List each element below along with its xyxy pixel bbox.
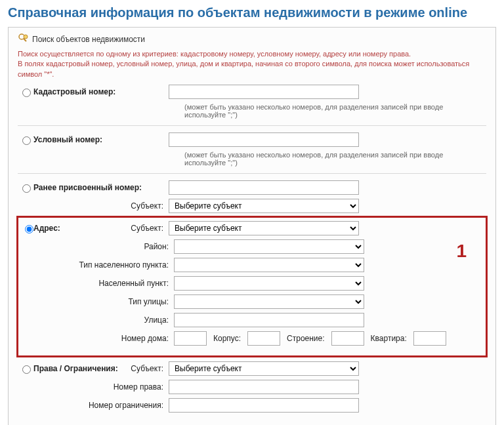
right-num-input[interactable] [169, 380, 359, 394]
warning-line1: Поиск осуществляется по одному из критер… [18, 49, 486, 59]
settlement-select[interactable] [174, 276, 364, 291]
divider [18, 125, 486, 126]
district-label: Район: [23, 242, 174, 251]
svg-point-2 [24, 35, 28, 39]
address-block-highlight: 1 Адрес: Субъект: Выберите субъект Район… [18, 217, 486, 356]
svg-line-1 [24, 39, 26, 41]
fieldset-legend: Поиск объектов недвижимости [18, 33, 486, 45]
street-type-label: Тип улицы: [23, 297, 174, 306]
house-input[interactable] [174, 331, 207, 346]
conditional-input[interactable] [169, 132, 359, 147]
rights-radio[interactable] [22, 365, 31, 374]
conditional-radio[interactable] [22, 136, 31, 145]
warning-line2: В полях кадастровый номер, условный номе… [18, 59, 486, 79]
cadastral-input[interactable] [169, 85, 359, 99]
settlement-type-select[interactable] [174, 258, 364, 272]
building-input[interactable] [331, 331, 364, 346]
restriction-num-input[interactable] [169, 398, 359, 413]
street-input[interactable] [174, 313, 364, 327]
building-label: Строение: [287, 334, 325, 343]
address-radio[interactable] [25, 225, 33, 233]
cadastral-label: Кадастровый номер: [33, 87, 116, 96]
restriction-num-label: Номер ограничения: [18, 401, 169, 410]
settlement-type-label: Тип населенного пункта: [23, 260, 174, 270]
korpus-label: Корпус: [213, 334, 241, 343]
rights-subject-select[interactable]: Выберите субъект [169, 361, 359, 376]
settlement-label: Населенный пункт: [23, 279, 174, 288]
cadastral-hint: (может быть указано несколько номеров, д… [184, 103, 486, 119]
house-label: Номер дома: [23, 334, 174, 343]
cadastral-radio[interactable] [22, 89, 31, 97]
right-num-label: Номер права: [18, 382, 169, 392]
divider [18, 173, 486, 174]
previous-input[interactable] [169, 180, 359, 195]
conditional-hint: (может быть указано несколько номеров, д… [184, 151, 486, 167]
street-type-select[interactable] [174, 294, 364, 309]
apartment-label: Квартира: [371, 334, 407, 343]
korpus-input[interactable] [247, 331, 280, 346]
search-fieldset: Поиск объектов недвижимости Поиск осущес… [8, 27, 496, 425]
rights-label: Права / Ограничения: [33, 364, 118, 373]
district-select[interactable] [174, 239, 364, 254]
search-icon [18, 33, 28, 45]
previous-radio[interactable] [22, 184, 31, 193]
apartment-input[interactable] [413, 331, 446, 346]
legend-text: Поиск объектов недвижимости [32, 35, 145, 44]
address-subject-select[interactable]: Выберите субъект [169, 221, 359, 235]
conditional-label: Условный номер: [33, 135, 102, 144]
previous-subject-label: Субъект: [18, 201, 169, 211]
previous-label: Ранее присвоенный номер: [33, 183, 142, 192]
address-subject-label: Субъект: [56, 224, 169, 233]
previous-subject-select[interactable]: Выберите субъект [169, 199, 359, 213]
warning-text: Поиск осуществляется по одному из критер… [18, 49, 486, 79]
street-label: Улица: [23, 315, 174, 325]
page-title: Справочная информация по объектам недвиж… [8, 5, 496, 20]
rights-subject-label: Субъект: [121, 364, 169, 373]
